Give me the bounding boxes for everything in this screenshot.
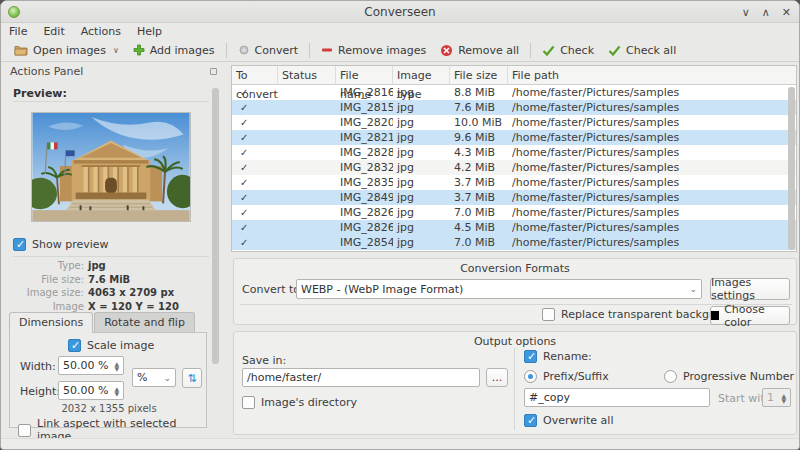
images-settings-label: Images settings — [711, 276, 789, 302]
check-button[interactable]: Check — [535, 42, 601, 59]
row-check-icon[interactable]: ✓ — [232, 220, 278, 235]
check-all-button[interactable]: Check all — [601, 42, 683, 59]
dock-float-icon[interactable] — [210, 68, 217, 75]
link-aspect-checkbox-box[interactable] — [18, 424, 31, 437]
swap-dimensions-button[interactable]: ⇅ — [182, 368, 202, 388]
conversion-formats-title: Conversion Formats — [234, 262, 796, 275]
scale-image-checkbox-box[interactable] — [68, 339, 81, 352]
image-size-label: Image size: — [4, 286, 88, 299]
maximize-icon[interactable]: ∧ — [762, 7, 770, 18]
row-check-icon[interactable]: ✓ — [232, 205, 278, 220]
images-settings-button[interactable]: Images settings — [710, 278, 790, 300]
output-options-title: Output options — [234, 335, 796, 348]
scale-image-checkbox[interactable]: Scale image — [68, 339, 154, 352]
menu-help[interactable]: Help — [137, 25, 162, 38]
start-with-spinbox[interactable]: 1 ▲▼ — [762, 388, 791, 407]
prefix-suffix-radio[interactable]: Prefix/Suffix — [524, 370, 609, 383]
close-icon[interactable]: ✕ — [782, 7, 791, 18]
actions-panel-titlebar: Actions Panel — [4, 62, 223, 80]
overwrite-all-checkbox-box[interactable] — [524, 414, 537, 427]
cell-status — [278, 130, 336, 145]
table-row[interactable]: ✓ IMG_2826.jpg jpg 7.0 MiB /home/faster/… — [232, 205, 796, 220]
cell-file-size: 4.3 MiB — [450, 145, 508, 160]
row-check-icon[interactable]: ✓ — [232, 160, 278, 175]
tab-rotate-flip[interactable]: Rotate and flip — [94, 312, 195, 333]
show-preview-checkbox-box[interactable] — [13, 238, 26, 251]
menu-file[interactable]: File — [9, 25, 27, 38]
progressive-number-radio[interactable]: Progressive Number — [664, 370, 794, 383]
col-file-name[interactable]: File name — [336, 66, 393, 85]
cell-file-path: /home/faster/Pictures/samples — [508, 190, 796, 205]
add-images-button[interactable]: Add images — [126, 42, 222, 59]
replace-transparent-checkbox-box[interactable] — [542, 308, 555, 321]
col-file-path[interactable]: File path — [508, 66, 796, 85]
browse-button[interactable]: ... — [486, 368, 508, 387]
progressive-number-radio-circle[interactable] — [664, 370, 677, 383]
check-all-icon — [608, 45, 621, 56]
menu-actions[interactable]: Actions — [81, 25, 121, 38]
cell-file-path: /home/faster/Pictures/samples — [508, 115, 796, 130]
table-row[interactable]: ✓ IMG_2826-M... jpg 4.5 MiB /home/faster… — [232, 220, 796, 235]
preview-image — [31, 112, 191, 222]
table-row[interactable]: ✓ IMG_2832.jpg jpg 4.2 MiB /home/faster/… — [232, 160, 796, 175]
row-check-icon[interactable]: ✓ — [232, 130, 278, 145]
row-check-icon[interactable]: ✓ — [232, 85, 278, 100]
scale-image-label: Scale image — [87, 339, 154, 352]
convert-button[interactable]: Convert — [231, 42, 306, 59]
row-check-icon[interactable]: ✓ — [232, 115, 278, 130]
spinner-arrows-icon[interactable]: ▲▼ — [114, 361, 119, 371]
table-row[interactable]: ✓ IMG_2828.jpg jpg 4.3 MiB /home/faster/… — [232, 145, 796, 160]
tab-dimensions[interactable]: Dimensions — [9, 312, 93, 333]
open-images-button[interactable]: Open images ∨ — [7, 42, 126, 59]
row-check-icon[interactable]: ✓ — [232, 145, 278, 160]
images-directory-checkbox-box[interactable] — [242, 396, 255, 409]
rename-pattern-field[interactable]: #_copy — [524, 388, 710, 407]
rename-checkbox-box[interactable] — [524, 350, 537, 363]
prefix-suffix-radio-circle[interactable] — [524, 370, 537, 383]
choose-color-button[interactable]: Choose color — [710, 306, 790, 325]
remove-images-button[interactable]: Remove images — [314, 42, 433, 59]
cell-file-size: 9.6 MiB — [450, 130, 508, 145]
table-row[interactable]: ✓ IMG_2854-2.j... jpg 7.0 MiB /home/fast… — [232, 235, 796, 250]
minimize-icon[interactable]: ∨ — [742, 7, 750, 18]
table-row[interactable]: ✓ IMG_2821.jpg jpg 9.6 MiB /home/faster/… — [232, 130, 796, 145]
height-spinbox[interactable]: 50.00 % ▲▼ — [58, 381, 124, 400]
cell-file-name: IMG_2826.jpg — [336, 205, 393, 220]
resolution-label: Image resolution: — [4, 300, 88, 313]
cell-file-path: /home/faster/Pictures/samples — [508, 205, 796, 220]
row-check-icon[interactable]: ✓ — [232, 100, 278, 115]
rename-checkbox[interactable]: Rename: — [524, 350, 592, 363]
row-check-icon[interactable]: ✓ — [232, 190, 278, 205]
menu-bar: File Edit Actions Help — [1, 23, 799, 39]
panel-scrollbar[interactable] — [212, 88, 219, 364]
save-in-field[interactable]: /home/faster/ — [242, 368, 480, 387]
table-row[interactable]: ✓ IMG_2835.jpg jpg 3.7 MiB /home/faster/… — [232, 175, 796, 190]
convert-icon — [238, 44, 250, 56]
width-value: 50.00 % — [63, 359, 108, 372]
preview-heading: Preview: — [13, 87, 67, 100]
spinner-arrows-icon[interactable]: ▲▼ — [114, 386, 119, 396]
col-image-type[interactable]: Image type — [393, 66, 450, 85]
width-spinbox[interactable]: 50.00 % ▲▼ — [58, 356, 124, 375]
cell-file-name: IMG_2815.jpg — [336, 100, 393, 115]
table-row[interactable]: ✓ IMG_2816.jpg jpg 8.8 MiB /home/faster/… — [232, 85, 796, 100]
format-combobox[interactable]: WEBP - (WebP Image Format) ⌄ — [296, 279, 702, 299]
row-check-icon[interactable]: ✓ — [232, 235, 278, 250]
overwrite-all-checkbox[interactable]: Overwrite all — [524, 414, 613, 427]
col-to-convert[interactable]: To convert — [232, 66, 278, 85]
window-title: Converseen — [1, 5, 799, 19]
table-row[interactable]: ✓ IMG_2820.jpg jpg 10.0 MiB /home/faster… — [232, 115, 796, 130]
unit-combobox[interactable]: % ⌄ — [132, 368, 176, 387]
menu-edit[interactable]: Edit — [43, 25, 64, 38]
col-file-size[interactable]: File size — [450, 66, 508, 85]
table-row[interactable]: ✓ IMG_2849.jpg jpg 3.7 MiB /home/faster/… — [232, 190, 796, 205]
show-preview-checkbox[interactable]: Show preview — [13, 238, 109, 251]
remove-all-button[interactable]: Remove all — [433, 42, 526, 59]
check-icon — [542, 45, 555, 56]
images-directory-checkbox[interactable]: Image's directory — [242, 396, 357, 409]
table-scrollbar[interactable] — [788, 87, 795, 250]
add-images-label: Add images — [150, 44, 215, 57]
row-check-icon[interactable]: ✓ — [232, 175, 278, 190]
table-row[interactable]: ✓ IMG_2815.jpg jpg 7.6 MiB /home/faster/… — [232, 100, 796, 115]
col-status[interactable]: Status — [278, 66, 336, 85]
